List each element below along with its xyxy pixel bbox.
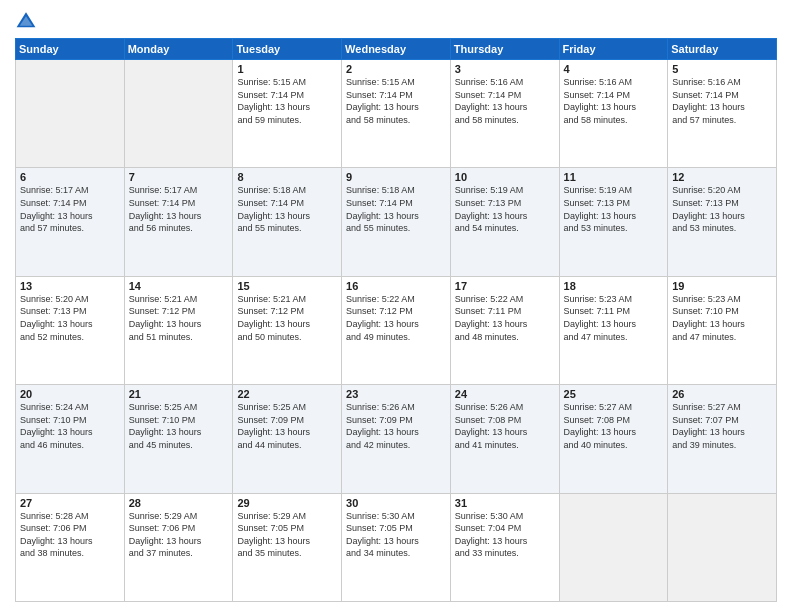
weekday-header-thursday: Thursday: [450, 39, 559, 60]
calendar-cell: 17Sunrise: 5:22 AM Sunset: 7:11 PM Dayli…: [450, 276, 559, 384]
calendar-cell: [559, 493, 668, 601]
calendar-cell: 6Sunrise: 5:17 AM Sunset: 7:14 PM Daylig…: [16, 168, 125, 276]
day-info: Sunrise: 5:21 AM Sunset: 7:12 PM Dayligh…: [237, 293, 337, 343]
day-info: Sunrise: 5:30 AM Sunset: 7:04 PM Dayligh…: [455, 510, 555, 560]
day-info: Sunrise: 5:18 AM Sunset: 7:14 PM Dayligh…: [346, 184, 446, 234]
day-number: 4: [564, 63, 664, 75]
calendar-cell: 19Sunrise: 5:23 AM Sunset: 7:10 PM Dayli…: [668, 276, 777, 384]
day-number: 19: [672, 280, 772, 292]
day-number: 14: [129, 280, 229, 292]
day-number: 24: [455, 388, 555, 400]
calendar-week-1: 1Sunrise: 5:15 AM Sunset: 7:14 PM Daylig…: [16, 60, 777, 168]
calendar-cell: 15Sunrise: 5:21 AM Sunset: 7:12 PM Dayli…: [233, 276, 342, 384]
day-number: 10: [455, 171, 555, 183]
day-number: 7: [129, 171, 229, 183]
day-number: 16: [346, 280, 446, 292]
weekday-header-saturday: Saturday: [668, 39, 777, 60]
weekday-header-tuesday: Tuesday: [233, 39, 342, 60]
day-number: 3: [455, 63, 555, 75]
day-number: 2: [346, 63, 446, 75]
day-info: Sunrise: 5:27 AM Sunset: 7:08 PM Dayligh…: [564, 401, 664, 451]
day-info: Sunrise: 5:15 AM Sunset: 7:14 PM Dayligh…: [237, 76, 337, 126]
day-info: Sunrise: 5:25 AM Sunset: 7:09 PM Dayligh…: [237, 401, 337, 451]
day-number: 8: [237, 171, 337, 183]
day-number: 12: [672, 171, 772, 183]
day-info: Sunrise: 5:25 AM Sunset: 7:10 PM Dayligh…: [129, 401, 229, 451]
calendar-cell: 28Sunrise: 5:29 AM Sunset: 7:06 PM Dayli…: [124, 493, 233, 601]
day-number: 6: [20, 171, 120, 183]
day-info: Sunrise: 5:16 AM Sunset: 7:14 PM Dayligh…: [672, 76, 772, 126]
calendar-cell: 11Sunrise: 5:19 AM Sunset: 7:13 PM Dayli…: [559, 168, 668, 276]
calendar-cell: 9Sunrise: 5:18 AM Sunset: 7:14 PM Daylig…: [342, 168, 451, 276]
day-info: Sunrise: 5:26 AM Sunset: 7:09 PM Dayligh…: [346, 401, 446, 451]
day-info: Sunrise: 5:17 AM Sunset: 7:14 PM Dayligh…: [129, 184, 229, 234]
day-info: Sunrise: 5:30 AM Sunset: 7:05 PM Dayligh…: [346, 510, 446, 560]
day-info: Sunrise: 5:19 AM Sunset: 7:13 PM Dayligh…: [564, 184, 664, 234]
day-info: Sunrise: 5:16 AM Sunset: 7:14 PM Dayligh…: [564, 76, 664, 126]
day-number: 28: [129, 497, 229, 509]
calendar-table: SundayMondayTuesdayWednesdayThursdayFrid…: [15, 38, 777, 602]
logo: [15, 10, 39, 32]
day-number: 21: [129, 388, 229, 400]
day-number: 17: [455, 280, 555, 292]
calendar-cell: 30Sunrise: 5:30 AM Sunset: 7:05 PM Dayli…: [342, 493, 451, 601]
calendar-cell: 4Sunrise: 5:16 AM Sunset: 7:14 PM Daylig…: [559, 60, 668, 168]
header: [15, 10, 777, 32]
weekday-header-sunday: Sunday: [16, 39, 125, 60]
day-number: 1: [237, 63, 337, 75]
day-info: Sunrise: 5:24 AM Sunset: 7:10 PM Dayligh…: [20, 401, 120, 451]
day-number: 25: [564, 388, 664, 400]
day-number: 26: [672, 388, 772, 400]
calendar-cell: 16Sunrise: 5:22 AM Sunset: 7:12 PM Dayli…: [342, 276, 451, 384]
calendar-cell: 21Sunrise: 5:25 AM Sunset: 7:10 PM Dayli…: [124, 385, 233, 493]
day-number: 20: [20, 388, 120, 400]
day-number: 27: [20, 497, 120, 509]
day-number: 29: [237, 497, 337, 509]
day-info: Sunrise: 5:27 AM Sunset: 7:07 PM Dayligh…: [672, 401, 772, 451]
calendar-week-4: 20Sunrise: 5:24 AM Sunset: 7:10 PM Dayli…: [16, 385, 777, 493]
calendar-cell: [668, 493, 777, 601]
day-info: Sunrise: 5:15 AM Sunset: 7:14 PM Dayligh…: [346, 76, 446, 126]
calendar-cell: 5Sunrise: 5:16 AM Sunset: 7:14 PM Daylig…: [668, 60, 777, 168]
calendar-cell: 25Sunrise: 5:27 AM Sunset: 7:08 PM Dayli…: [559, 385, 668, 493]
day-info: Sunrise: 5:17 AM Sunset: 7:14 PM Dayligh…: [20, 184, 120, 234]
calendar-cell: 7Sunrise: 5:17 AM Sunset: 7:14 PM Daylig…: [124, 168, 233, 276]
day-info: Sunrise: 5:29 AM Sunset: 7:06 PM Dayligh…: [129, 510, 229, 560]
calendar-cell: 14Sunrise: 5:21 AM Sunset: 7:12 PM Dayli…: [124, 276, 233, 384]
page: SundayMondayTuesdayWednesdayThursdayFrid…: [0, 0, 792, 612]
calendar-cell: 22Sunrise: 5:25 AM Sunset: 7:09 PM Dayli…: [233, 385, 342, 493]
logo-icon: [15, 10, 37, 32]
day-info: Sunrise: 5:20 AM Sunset: 7:13 PM Dayligh…: [20, 293, 120, 343]
day-info: Sunrise: 5:26 AM Sunset: 7:08 PM Dayligh…: [455, 401, 555, 451]
day-info: Sunrise: 5:22 AM Sunset: 7:11 PM Dayligh…: [455, 293, 555, 343]
weekday-header-monday: Monday: [124, 39, 233, 60]
calendar-cell: 3Sunrise: 5:16 AM Sunset: 7:14 PM Daylig…: [450, 60, 559, 168]
day-number: 5: [672, 63, 772, 75]
day-info: Sunrise: 5:23 AM Sunset: 7:10 PM Dayligh…: [672, 293, 772, 343]
day-number: 23: [346, 388, 446, 400]
weekday-header-friday: Friday: [559, 39, 668, 60]
calendar-week-5: 27Sunrise: 5:28 AM Sunset: 7:06 PM Dayli…: [16, 493, 777, 601]
day-info: Sunrise: 5:21 AM Sunset: 7:12 PM Dayligh…: [129, 293, 229, 343]
day-number: 11: [564, 171, 664, 183]
day-info: Sunrise: 5:22 AM Sunset: 7:12 PM Dayligh…: [346, 293, 446, 343]
day-info: Sunrise: 5:28 AM Sunset: 7:06 PM Dayligh…: [20, 510, 120, 560]
day-info: Sunrise: 5:29 AM Sunset: 7:05 PM Dayligh…: [237, 510, 337, 560]
day-number: 30: [346, 497, 446, 509]
calendar-cell: 27Sunrise: 5:28 AM Sunset: 7:06 PM Dayli…: [16, 493, 125, 601]
day-number: 13: [20, 280, 120, 292]
day-number: 31: [455, 497, 555, 509]
calendar-cell: 29Sunrise: 5:29 AM Sunset: 7:05 PM Dayli…: [233, 493, 342, 601]
day-number: 18: [564, 280, 664, 292]
calendar-cell: 20Sunrise: 5:24 AM Sunset: 7:10 PM Dayli…: [16, 385, 125, 493]
calendar-cell: [16, 60, 125, 168]
day-number: 22: [237, 388, 337, 400]
day-number: 9: [346, 171, 446, 183]
calendar-cell: 31Sunrise: 5:30 AM Sunset: 7:04 PM Dayli…: [450, 493, 559, 601]
calendar-cell: 10Sunrise: 5:19 AM Sunset: 7:13 PM Dayli…: [450, 168, 559, 276]
calendar-cell: 2Sunrise: 5:15 AM Sunset: 7:14 PM Daylig…: [342, 60, 451, 168]
calendar-cell: 8Sunrise: 5:18 AM Sunset: 7:14 PM Daylig…: [233, 168, 342, 276]
calendar-cell: 18Sunrise: 5:23 AM Sunset: 7:11 PM Dayli…: [559, 276, 668, 384]
calendar-cell: 24Sunrise: 5:26 AM Sunset: 7:08 PM Dayli…: [450, 385, 559, 493]
calendar-cell: 13Sunrise: 5:20 AM Sunset: 7:13 PM Dayli…: [16, 276, 125, 384]
